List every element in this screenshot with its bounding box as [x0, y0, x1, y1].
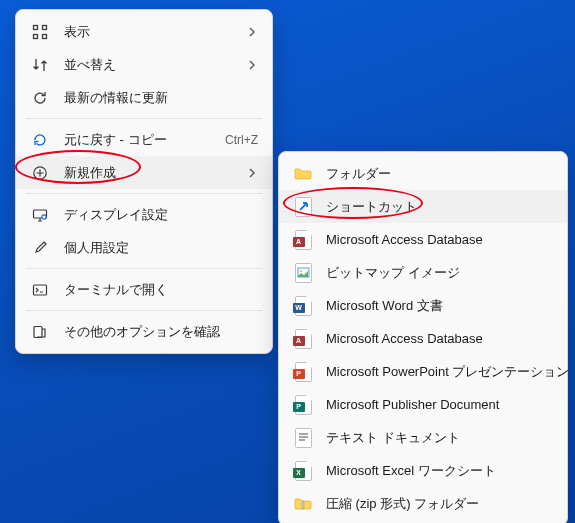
menu-new[interactable]: 新規作成 — [16, 156, 272, 189]
chevron-right-icon — [246, 60, 258, 70]
grid-icon — [30, 22, 50, 42]
separator — [26, 268, 262, 269]
menu-terminal-label: ターミナルで開く — [64, 281, 258, 299]
menu-sort-label: 並べ替え — [64, 56, 246, 74]
separator — [26, 193, 262, 194]
submenu-folder-label: フォルダー — [326, 165, 553, 183]
submenu-powerpoint[interactable]: P Microsoft PowerPoint プレゼンテーション — [279, 355, 567, 388]
svg-rect-3 — [43, 34, 47, 38]
menu-undo[interactable]: 元に戻す - コピー Ctrl+Z — [16, 123, 272, 156]
menu-refresh[interactable]: 最新の情報に更新 — [16, 81, 272, 114]
sort-icon — [30, 55, 50, 75]
separator — [26, 310, 262, 311]
folder-icon — [293, 164, 313, 184]
brush-icon — [30, 238, 50, 258]
svg-rect-13 — [295, 428, 311, 447]
submenu-zip-label: 圧縮 (zip 形式) フォルダー — [326, 495, 553, 513]
svg-rect-0 — [34, 25, 38, 29]
svg-point-12 — [300, 270, 302, 272]
display-icon — [30, 205, 50, 225]
svg-point-6 — [42, 214, 46, 218]
submenu-bitmap-label: ビットマップ イメージ — [326, 264, 553, 282]
submenu-zip[interactable]: 圧縮 (zip 形式) フォルダー — [279, 487, 567, 520]
undo-icon — [30, 130, 50, 150]
submenu-access2-label: Microsoft Access Database — [326, 331, 553, 346]
svg-rect-14 — [302, 501, 304, 509]
submenu-bitmap[interactable]: ビットマップ イメージ — [279, 256, 567, 289]
submenu-access1-label: Microsoft Access Database — [326, 232, 553, 247]
menu-undo-accel: Ctrl+Z — [225, 133, 258, 147]
svg-rect-1 — [43, 25, 47, 29]
terminal-icon — [30, 280, 50, 300]
refresh-icon — [30, 88, 50, 108]
menu-more-label: その他のオプションを確認 — [64, 323, 258, 341]
submenu-text-label: テキスト ドキュメント — [326, 429, 553, 447]
menu-view-label: 表示 — [64, 23, 246, 41]
plus-circle-icon — [30, 163, 50, 183]
svg-rect-8 — [34, 326, 42, 337]
context-menu: 表示 並べ替え 最新の情報に更新 元に戻す - コピー — [15, 9, 273, 354]
submenu-shortcut-label: ショートカット — [326, 198, 553, 216]
submenu-publisher[interactable]: P Microsoft Publisher Document — [279, 388, 567, 421]
svg-rect-2 — [34, 34, 38, 38]
submenu-shortcut[interactable]: ショートカット — [279, 190, 567, 223]
menu-more-options[interactable]: その他のオプションを確認 — [16, 315, 272, 348]
excel-icon: X — [293, 461, 313, 481]
more-options-icon — [30, 322, 50, 342]
menu-personalize-label: 個人用設定 — [64, 239, 258, 257]
shortcut-icon — [293, 197, 313, 217]
image-icon — [293, 263, 313, 283]
new-submenu: フォルダー ショートカット A Microsoft Access Databas… — [278, 151, 568, 523]
access-icon: A — [293, 230, 313, 250]
svg-rect-7 — [34, 285, 47, 295]
menu-display-label: ディスプレイ設定 — [64, 206, 258, 224]
submenu-word-label: Microsoft Word 文書 — [326, 297, 553, 315]
access-icon: A — [293, 329, 313, 349]
separator — [26, 118, 262, 119]
menu-new-label: 新規作成 — [64, 164, 246, 182]
menu-view[interactable]: 表示 — [16, 15, 272, 48]
menu-sort[interactable]: 並べ替え — [16, 48, 272, 81]
submenu-excel-label: Microsoft Excel ワークシート — [326, 462, 553, 480]
submenu-word[interactable]: W Microsoft Word 文書 — [279, 289, 567, 322]
text-icon — [293, 428, 313, 448]
menu-refresh-label: 最新の情報に更新 — [64, 89, 258, 107]
word-icon: W — [293, 296, 313, 316]
menu-display-settings[interactable]: ディスプレイ設定 — [16, 198, 272, 231]
menu-undo-label: 元に戻す - コピー — [64, 131, 225, 149]
menu-terminal[interactable]: ターミナルで開く — [16, 273, 272, 306]
chevron-right-icon — [246, 168, 258, 178]
submenu-excel[interactable]: X Microsoft Excel ワークシート — [279, 454, 567, 487]
chevron-right-icon — [246, 27, 258, 37]
menu-personalize[interactable]: 個人用設定 — [16, 231, 272, 264]
submenu-folder[interactable]: フォルダー — [279, 157, 567, 190]
submenu-access-database-1[interactable]: A Microsoft Access Database — [279, 223, 567, 256]
powerpoint-icon: P — [293, 362, 313, 382]
submenu-publisher-label: Microsoft Publisher Document — [326, 397, 553, 412]
publisher-icon: P — [293, 395, 313, 415]
submenu-access-database-2[interactable]: A Microsoft Access Database — [279, 322, 567, 355]
submenu-powerpoint-label: Microsoft PowerPoint プレゼンテーション — [326, 363, 569, 381]
submenu-text[interactable]: テキスト ドキュメント — [279, 421, 567, 454]
zip-icon — [293, 494, 313, 514]
